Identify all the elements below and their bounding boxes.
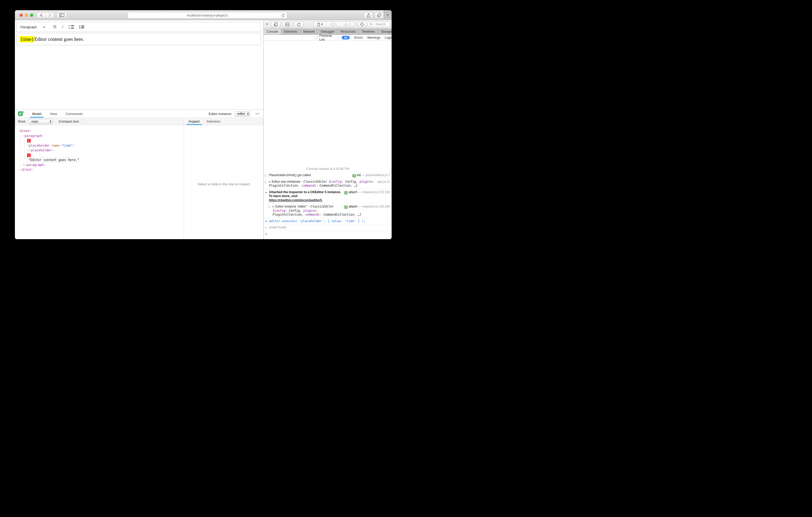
inspector-tab-commands[interactable]: Commands bbox=[65, 110, 83, 118]
filter-all-button[interactable]: All bbox=[342, 36, 350, 39]
devtools-tab-debugger[interactable]: Debugger bbox=[318, 29, 338, 34]
bold-button[interactable]: B bbox=[53, 24, 57, 30]
devtools-search-field[interactable]: Search bbox=[368, 22, 390, 27]
source-location-link[interactable]: placeholderui.js:7 bbox=[366, 173, 390, 177]
reload-page-button[interactable] bbox=[294, 22, 303, 27]
divider bbox=[338, 36, 339, 39]
console-log-row[interactable]: fattach — inspector.js:133:326▶Editor in… bbox=[264, 204, 392, 218]
search-placeholder: Search bbox=[376, 23, 385, 26]
console-log-row[interactable]: finit — placeholderui.js:7PlaceholderUI#… bbox=[264, 172, 392, 179]
root-label: Root: bbox=[18, 119, 26, 123]
disclosure-triangle-icon[interactable]: ▼ bbox=[265, 191, 267, 195]
filter-logs-button[interactable]: Logs bbox=[385, 36, 392, 39]
input-prompt-icon bbox=[265, 233, 267, 235]
log-type-icon bbox=[264, 181, 266, 184]
tree-node-line[interactable]: </$root> bbox=[15, 167, 184, 172]
pane-tab-selection[interactable]: Selection bbox=[206, 118, 220, 125]
warning-count: 0 bbox=[349, 23, 351, 26]
tree-node-line[interactable]: <placeholder name="time"> bbox=[15, 143, 184, 148]
inspector-tab-view[interactable]: View bbox=[49, 110, 58, 118]
tree-node-line[interactable]: <$root> bbox=[15, 129, 184, 133]
compact-text-label: Compact text: bbox=[59, 119, 80, 123]
forward-button[interactable] bbox=[46, 12, 54, 18]
warning-count-cell[interactable]: 0 bbox=[344, 23, 351, 26]
paragraph-dropdown-label: Paragraph bbox=[21, 25, 37, 29]
tree-node-line[interactable]: "Editor content goes here." bbox=[15, 158, 184, 162]
editor-instance-select[interactable]: editor bbox=[235, 111, 250, 116]
console-prompt-row[interactable] bbox=[264, 231, 392, 239]
sidebar-toggle-button[interactable] bbox=[57, 12, 67, 18]
disclosure-triangle-icon[interactable]: ▶ bbox=[269, 180, 271, 183]
paragraph-dropdown[interactable]: Paragraph bbox=[17, 25, 48, 29]
page-count: 4 bbox=[321, 23, 323, 26]
devtools-tab-resources[interactable]: Resources bbox=[338, 29, 359, 34]
address-bar[interactable]: localhost/creating-a-plugin2/ bbox=[127, 12, 287, 19]
element-picker-button[interactable] bbox=[357, 22, 367, 27]
tree-node-line[interactable]: <paragraph> bbox=[15, 133, 184, 139]
placeholder-widget[interactable]: {time} bbox=[20, 36, 34, 42]
devtools-tab-network[interactable]: Network bbox=[300, 29, 318, 34]
function-badge-icon: f bbox=[344, 206, 348, 209]
close-window-button[interactable] bbox=[20, 13, 23, 17]
devtools-tab-timelines[interactable]: Timelines bbox=[359, 29, 378, 34]
numbered-list-button[interactable]: 1 2 bbox=[68, 25, 74, 29]
editor-text: Editor content goes here. bbox=[34, 36, 84, 42]
function-badge-icon: f bbox=[344, 191, 348, 194]
source-location-link[interactable]: inspector.js:133:326 bbox=[362, 205, 390, 208]
empty-state-message: Select a node in the tree to inspect bbox=[198, 182, 250, 239]
input-prompt-icon bbox=[265, 220, 267, 222]
indent-guide bbox=[24, 138, 25, 162]
new-tab-button[interactable]: + bbox=[384, 10, 392, 20]
console-link[interactable]: https://ckeditor.com/docs/ckeditor5 bbox=[269, 199, 322, 202]
share-button[interactable] bbox=[364, 12, 373, 18]
inspector-tab-model[interactable]: Model bbox=[32, 110, 42, 118]
console-input-history-row[interactable]: editor.execute( 'placeholder', { value: … bbox=[264, 218, 392, 225]
source-location-link[interactable]: app.js:21 bbox=[377, 180, 390, 183]
close-devtools-icon[interactable]: × bbox=[266, 22, 268, 26]
page-resources-cell[interactable]: 4 bbox=[317, 23, 323, 26]
reload-icon[interactable] bbox=[282, 13, 285, 17]
inspector-header: 5 ModelViewCommands Editor instance: edi… bbox=[15, 110, 263, 118]
minimize-window-button[interactable] bbox=[25, 13, 28, 17]
tree-node-line[interactable]: </paragraph> bbox=[15, 162, 184, 168]
indent-guide bbox=[20, 133, 20, 168]
back-button[interactable] bbox=[37, 12, 46, 18]
dock-side-button[interactable] bbox=[283, 22, 292, 27]
console-filter-bar: Preserve Log All Errors Warnings Logs bbox=[264, 35, 392, 41]
error-count-cell[interactable]: 0 bbox=[330, 23, 337, 26]
address-bar-url: localhost/creating-a-plugin2/ bbox=[187, 13, 228, 17]
inspector-tabs: ModelViewCommands bbox=[32, 110, 83, 118]
select-arrows-icon bbox=[247, 112, 249, 115]
console-result-row[interactable]: undefined bbox=[264, 224, 392, 231]
filter-warnings-button[interactable]: Warnings bbox=[367, 36, 380, 39]
preserve-log-checkbox[interactable] bbox=[315, 36, 318, 39]
error-count: 0 bbox=[335, 23, 337, 26]
bulleted-list-button[interactable] bbox=[79, 26, 84, 29]
devtools-tab-console[interactable]: Console bbox=[264, 29, 281, 34]
source-location-link[interactable]: inspector.js:133:182 bbox=[362, 190, 390, 194]
root-select[interactable]: main bbox=[29, 119, 53, 124]
web-page: Paragraph B I 1 2 {time} Editor bbox=[15, 20, 263, 239]
log-type-icon bbox=[264, 174, 266, 177]
editor-editable[interactable]: {time} Editor content goes here. bbox=[17, 33, 261, 45]
devtools-tab-elements[interactable]: Elements bbox=[281, 29, 300, 34]
web-inspector-panel: × 4 0 bbox=[263, 20, 392, 239]
filter-errors-button[interactable]: Errors bbox=[354, 36, 363, 39]
page-status-group[interactable]: 4 0 0 bbox=[313, 22, 355, 27]
collapse-inspector-icon[interactable] bbox=[255, 112, 260, 115]
console-log-row[interactable]: fattach — inspector.js:133:182▼Attached … bbox=[264, 189, 392, 204]
devtools-tab-storage[interactable]: Storage bbox=[378, 29, 392, 34]
console-log-row[interactable]: app.js:21▶Editor was initialized–Classic… bbox=[264, 179, 392, 189]
italic-button[interactable]: I bbox=[62, 24, 63, 30]
tree-node-line[interactable]: </placeholder> bbox=[15, 148, 184, 153]
tree-node-line[interactable]: ] bbox=[15, 153, 184, 158]
compact-text-checkbox[interactable] bbox=[82, 120, 85, 123]
disclosure-triangle-icon[interactable]: ▶ bbox=[272, 205, 274, 208]
detach-devtools-button[interactable] bbox=[271, 22, 281, 27]
ckeditor-logo-icon: 5 bbox=[18, 111, 24, 117]
zoom-window-button[interactable] bbox=[30, 13, 33, 17]
pane-tab-inspect[interactable]: Inspect bbox=[188, 118, 200, 125]
plus-icon: + bbox=[387, 12, 389, 18]
tree-node-line[interactable]: [ bbox=[15, 138, 184, 143]
tab-overview-button[interactable] bbox=[375, 12, 383, 18]
